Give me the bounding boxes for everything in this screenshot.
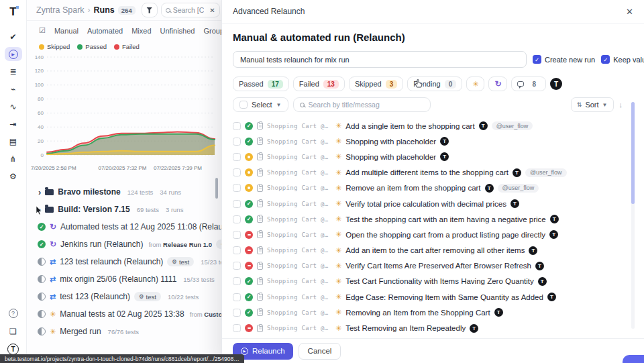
test-row[interactable]: Shopping Cart @…✳Edge Case: Removing Ite… (233, 289, 633, 305)
sidebar-item-pulse[interactable]: ∿ (5, 99, 22, 113)
sidebar-item-report[interactable]: ▤ (5, 134, 22, 148)
test-row[interactable]: Shopping Cart @…✳Remove an item from the… (233, 180, 633, 196)
tree-run-row[interactable]: ✳Manual tests at 02 Aug 2025 13:38from C… (27, 305, 221, 323)
chip-failed[interactable]: Failed13 (293, 76, 345, 91)
tab-automated[interactable]: Automated (87, 27, 123, 35)
run-name-input[interactable] (233, 51, 527, 68)
test-title: Removing an Item from the Shopping Cart (345, 309, 490, 317)
row-checkbox[interactable] (233, 215, 241, 223)
account-logo-icon: T (7, 344, 19, 355)
test-row[interactable]: Shopping Cart @…✳Verify Cart Items Are P… (233, 258, 633, 274)
sidebar-item-list-check[interactable]: ≣ (5, 64, 22, 79)
tab-mixed[interactable]: Mixed (131, 27, 151, 35)
row-checkbox[interactable] (233, 184, 241, 192)
row-checkbox[interactable] (233, 293, 241, 301)
sidebar-item-branch[interactable]: ⋔ (5, 152, 22, 166)
tree-run-row[interactable]: ⇄mix origin 25/06 (Relaunch) 111115/33 t… (27, 270, 221, 288)
manual-run-icon: ✳ (50, 310, 56, 319)
left-panel-scrollbar[interactable] (215, 178, 218, 199)
tab-unfinished[interactable]: Unfinished (160, 27, 195, 35)
sidebar-item-help[interactable]: ? (5, 306, 22, 320)
test-row[interactable]: Shopping Cart @…✳Open the shopping cart … (233, 227, 633, 242)
manual-icon: ✳ (472, 80, 478, 89)
test-row[interactable]: Shopping Cart @…✳Verify total price calc… (233, 196, 633, 211)
tree-run-row[interactable]: ↻Jenkins run (Relaunch)from Release Run … (27, 236, 221, 253)
cancel-button[interactable]: Cancel (299, 343, 341, 360)
modal-scrollbar-thumb[interactable] (631, 102, 635, 204)
row-checkbox[interactable] (233, 309, 241, 317)
test-row[interactable]: Shopping Cart @…✳Add a single item to th… (233, 118, 633, 134)
run-tag: ⚙test (167, 257, 194, 266)
test-row[interactable]: Shopping Cart @…✳Add an item to the cart… (233, 243, 633, 258)
checkbox-checked-icon[interactable]: ✓ (601, 55, 610, 64)
assignee-avatar: T (529, 246, 537, 255)
chip-manual[interactable]: ✳ (466, 76, 484, 91)
test-row[interactable]: Shopping Cart @…✳Shopping with placehold… (233, 134, 633, 149)
test-search-input[interactable] (309, 101, 424, 109)
row-checkbox[interactable] (233, 324, 241, 332)
chip-passed[interactable]: Passed17 (233, 76, 289, 91)
clear-search-icon[interactable]: ✕ (209, 7, 215, 14)
tree-run-row[interactable]: ↻Automated tests at 12 Aug 2025 11:08 (R… (27, 218, 221, 236)
test-row[interactable]: Shopping Cart @…✳Test Removing an Item R… (233, 320, 633, 335)
legend-label: Skipped (47, 43, 70, 50)
test-title: Add an item to the cart after removing a… (345, 246, 525, 254)
row-checkbox[interactable] (233, 262, 241, 270)
test-row[interactable]: Shopping Cart @…✳Add multiple different … (233, 165, 633, 180)
sidebar-item-import[interactable]: ⇥ (5, 117, 22, 131)
list-check-icon: ≣ (9, 67, 16, 76)
row-checkbox[interactable] (233, 231, 241, 239)
checkbox-checked-icon[interactable]: ✓ (533, 55, 541, 64)
runs-search-input[interactable]: Search [C ✕ (161, 3, 220, 17)
tree-run-row[interactable]: ✳Merged run76/76 tests (27, 323, 221, 340)
sidebar-item-settings[interactable]: ⚙ (5, 169, 22, 183)
sidebar-item-steps[interactable]: ⌁ (5, 82, 22, 96)
select-dropdown[interactable]: Select ▼ (233, 97, 288, 112)
clipboard-icon (257, 231, 263, 238)
keep-values-checkbox[interactable]: ✓ Keep values ? (601, 55, 644, 64)
download-arrow-icon[interactable]: ↓ (619, 101, 623, 109)
sidebar-item-check[interactable]: ✔ (5, 30, 22, 44)
app-logo[interactable]: T (9, 5, 16, 19)
close-icon[interactable]: ✕ (626, 7, 633, 17)
chat-widget[interactable] (623, 355, 644, 363)
select-all-checkbox[interactable] (239, 101, 248, 109)
breadcrumb-project[interactable]: Zyntra Spark (36, 5, 85, 15)
tab-manual[interactable]: Manual (54, 27, 78, 35)
chip-comment[interactable]: 8 (511, 76, 546, 91)
chip-automated[interactable]: ↻ (488, 76, 507, 91)
row-checkbox[interactable] (233, 246, 241, 254)
row-checkbox[interactable] (233, 138, 241, 146)
assignee-avatar[interactable]: T (550, 78, 562, 90)
create-new-run-checkbox[interactable]: ✓ Create new run (533, 55, 595, 64)
row-checkbox[interactable] (233, 153, 241, 161)
tree-run-row[interactable]: ⇄test 123 (Relaunch)⚙test10/22 tests (27, 288, 221, 305)
test-title: Shopping with placeholder (345, 138, 436, 146)
sidebar-item-projects[interactable]: ❏ (5, 324, 22, 338)
tree-folder-row[interactable]: ›Bravo milestone124 tests34 runs (27, 183, 221, 201)
row-checkbox[interactable] (233, 122, 241, 130)
run-from: from Release Run 1.0 (148, 241, 212, 248)
manual-test-icon: ✳ (335, 293, 341, 301)
breadcrumb-page[interactable]: Runs (94, 5, 115, 15)
test-row[interactable]: Shopping Cart @…✳Shopping with placehold… (233, 149, 633, 164)
sidebar-item-runs[interactable]: ▶ (5, 47, 22, 61)
row-checkbox[interactable] (233, 277, 241, 285)
test-row[interactable]: Shopping Cart @…✳Test Cart Functionality… (233, 274, 633, 289)
assignee-avatar: T (511, 199, 519, 208)
test-row[interactable]: Shopping Cart @…✳Removing an Item from t… (233, 305, 633, 320)
row-checkbox[interactable] (233, 200, 241, 208)
chevron-right-icon[interactable]: › (38, 188, 41, 197)
row-checkbox[interactable] (233, 168, 241, 176)
legend-label: Failed (122, 43, 140, 50)
tree-folder-row[interactable]: ›Build: Version 7.1569 tests3 runs (27, 201, 221, 218)
test-row[interactable]: Shopping Cart @…✳Test the shopping cart … (233, 211, 633, 227)
test-search-box[interactable] (293, 97, 431, 112)
tree-run-row[interactable]: ⇄123 test relaunch (Relaunch)⚙test15/23 … (27, 253, 221, 270)
tab-groups[interactable]: Groups (203, 27, 221, 35)
filter-button[interactable] (142, 3, 158, 17)
sort-button[interactable]: ⇅ Sort ▼ (571, 97, 614, 112)
chip-skipped[interactable]: Skipped3 (349, 76, 403, 91)
sync-run-icon: ⇄ (50, 275, 56, 284)
legend-passed: Passed (77, 43, 107, 50)
